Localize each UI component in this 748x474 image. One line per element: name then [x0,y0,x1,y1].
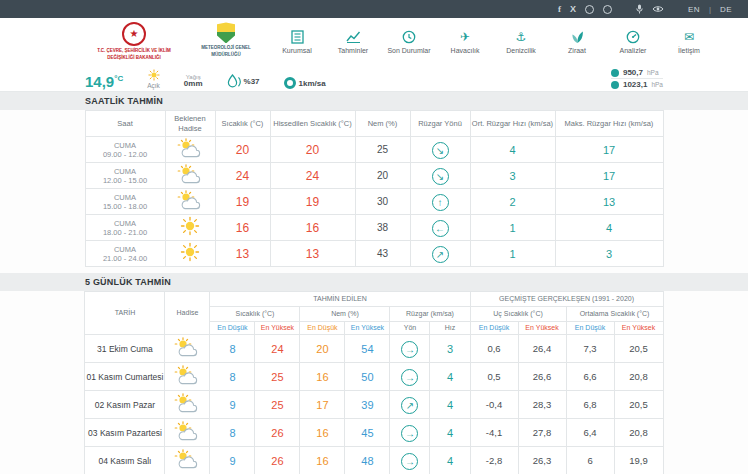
partly-cloudy-icon [174,337,200,357]
avg-min-temp-cell: 6,6 [566,363,614,391]
max-humidity-cell: 39 [345,391,390,419]
microphone-icon[interactable] [636,4,643,14]
clock-icon [402,29,416,44]
avg-wind-speed-cell: 1 [470,241,555,267]
group-tahmin-edilen: TAHMİN EDİLEN [210,292,470,307]
humidity-cell: 20 [355,163,410,189]
avg-wind-speed-cell: 2 [470,189,555,215]
temperature-cell: 13 [215,241,270,267]
avg-max-temp-cell: 20,5 [614,391,663,419]
expected-condition-cell [165,241,215,267]
col-sicaklik: Sıcaklık (°C) [215,111,270,137]
col-avg-max: En Yüksek [614,322,663,335]
nav-item-iletisim[interactable]: ✉ İletişim [666,29,712,54]
wind-direction-east-icon: → [401,369,418,386]
hour-range-cell: CUMA15.00 - 18.00 [85,189,165,215]
expected-condition-cell [165,163,215,189]
nav-label: Havacılık [451,47,480,54]
humidity-cell: 30 [355,189,410,215]
gauge-icon [626,29,640,44]
wind-direction-east-icon: → [401,425,418,442]
extreme-min-temp-cell: -0,4 [470,391,518,419]
language-de-link[interactable]: DE [720,5,732,14]
expected-condition-cell [165,215,215,241]
app-badge-icon[interactable] [603,5,612,14]
current-conditions-strip: 14,9°C Açık Yağış 0mm %37 1km/sa [0,65,748,92]
extreme-max-temp-cell: 26,3 [518,447,566,474]
hourly-table-row: CUMA18.00 - 21.00 16 16 38 ← 1 4 [85,215,663,241]
humidity-cell: 38 [355,215,410,241]
daily-forecast-table: TARİH Hadise TAHMİN EDİLEN GEÇMİŞTE GERÇ… [84,291,663,474]
pressure-dot-icon [611,69,619,77]
max-humidity-cell: 50 [345,363,390,391]
daily-table-body: 31 Ekim Cuma 8 24 20 54 → 3 0,6 26,4 7,3… [85,335,663,474]
wind-direction-north-icon: ↑ [432,194,449,211]
temperature-cell: 19 [215,189,270,215]
mgm-shield-icon [217,22,235,43]
condition-cell [165,391,210,419]
avg-min-temp-cell: 6,4 [566,419,614,447]
wind-direction-northeast-icon: ↗ [401,397,418,414]
ministry-emblem-icon: ★ [122,22,146,46]
date-cell: 01 Kasım Cumartesi [85,363,165,391]
humidity-cell: 25 [355,137,410,163]
partly-cloudy-icon [174,365,200,385]
date-cell: 04 Kasım Salı [85,447,165,474]
wind-direction-east-icon: → [401,341,418,358]
wind-direction-cell: ← [410,215,470,241]
min-humidity-cell: 16 [300,363,345,391]
line-chart-icon [346,29,361,44]
rainfall-readout: Yağış 0mm [184,74,203,89]
col-maks-ruzgar: Maks. Rüzgar Hızı (km/sa) [555,111,663,137]
max-temp-cell: 26 [255,419,300,447]
top-utility-bar: f X EN | DE [0,0,748,18]
min-temp-cell: 9 [210,447,255,474]
hourly-header-row: Saat Beklenen Hadise Sıcaklık (°C) Hisse… [85,111,663,137]
nav-item-analizler[interactable]: Analizler [610,29,656,54]
eye-accessibility-icon[interactable] [652,5,664,13]
col-saat: Saat [85,111,165,137]
date-cell: 02 Kasım Pazar [85,391,165,419]
avg-min-temp-cell: 6 [566,447,614,474]
current-condition: Açık [147,69,160,89]
col-hissedilen: Hissedilen Sıcaklık (°C) [270,111,355,137]
daily-table-row: 02 Kasım Pazar 9 25 17 39 ↗ 4 -0,4 28,3 … [85,391,663,419]
wind-speed-cell: 3 [430,335,470,363]
col-ort-ruzgar: Ort. Rüzgar Hızı (km/sa) [470,111,555,137]
nav-item-tahminler[interactable]: Tahminler [330,29,376,54]
nav-item-son-durumlar[interactable]: Son Durumlar [386,29,432,54]
nav-label: Son Durumlar [387,47,430,54]
ministry-logo[interactable]: ★ T.C. ÇEVRE, ŞEHİRCİLİK VE İKLİM DEĞİŞİ… [88,22,180,60]
building-icon [291,29,304,44]
max-wind-speed-cell: 13 [555,189,663,215]
min-humidity-cell: 17 [300,391,345,419]
droplet-icon [227,74,241,89]
facebook-icon[interactable]: f [558,5,561,14]
pressure-dot-icon [611,81,619,89]
wind-direction-east-icon: → [401,453,418,470]
nav-item-denizcilik[interactable]: ⚓ Denizcilik [498,29,544,54]
hourly-section-band: SAATLİK TAHMİN [0,92,748,110]
avg-wind-speed-cell: 1 [470,215,555,241]
x-twitter-icon[interactable]: X [570,5,576,14]
nav-item-ziraat[interactable]: Ziraat [554,29,600,54]
nav-label: İletişim [678,47,700,54]
mgm-logo[interactable]: METEOROLOJİ GENEL MÜDÜRLÜĞÜ [194,22,258,57]
hourly-table-row: CUMA21.00 - 24.00 13 13 43 ↗ 1 3 [85,241,663,267]
hour-range-cell: CUMA18.00 - 21.00 [85,215,165,241]
app-badge-icon[interactable] [585,5,594,14]
min-humidity-cell: 20 [300,335,345,363]
max-temp-cell: 25 [255,391,300,419]
sunny-icon [180,242,200,262]
hour-range-cell: CUMA09.00 - 12.00 [85,137,165,163]
wind-direction-cell: ↑ [410,189,470,215]
logo-area: ★ T.C. ÇEVRE, ŞEHİRCİLİK VE İKLİM DEĞİŞİ… [88,22,258,60]
extreme-max-temp-cell: 26,6 [518,363,566,391]
nav-item-kurumsal[interactable]: Kurumsal [274,29,320,54]
avg-wind-speed-cell: 4 [470,137,555,163]
extreme-min-temp-cell: 0,6 [470,335,518,363]
daily-table-row: 03 Kasım Pazartesi 8 26 16 45 → 4 -4,1 2… [85,419,663,447]
max-wind-speed-cell: 4 [555,215,663,241]
language-en-link[interactable]: EN [688,5,700,14]
nav-item-havacilik[interactable]: ✈ Havacılık [442,29,488,54]
